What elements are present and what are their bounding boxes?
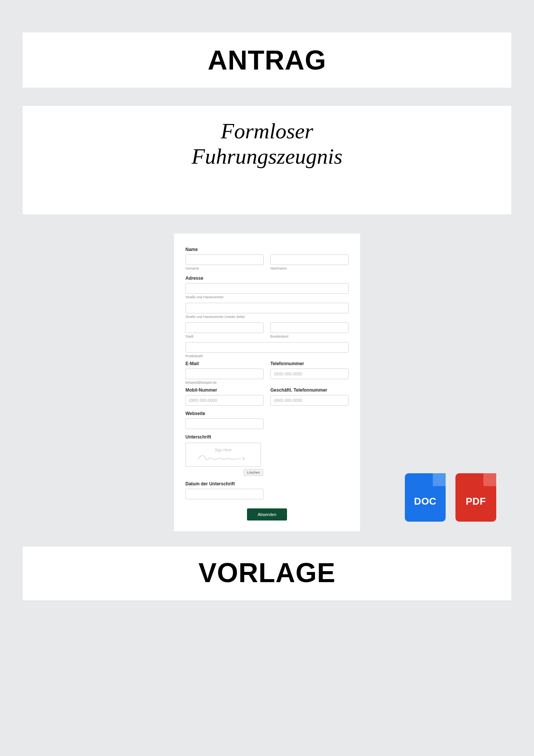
sigdate-label: Datum der Unterschrift xyxy=(185,481,349,486)
street-input[interactable] xyxy=(185,283,349,294)
city-input[interactable] xyxy=(185,322,264,333)
pdf-file-icon[interactable]: PDF xyxy=(455,473,496,522)
pdf-label: PDF xyxy=(466,496,486,507)
zip-input[interactable] xyxy=(185,342,349,353)
doc-file-icon[interactable]: DOC xyxy=(405,473,446,522)
workphone-label: Geschäftl. Telefonnummer xyxy=(270,387,349,393)
firstname-sublabel: Vorname xyxy=(185,266,264,270)
email-sublabel: beispiel@beispiel.de xyxy=(185,381,264,384)
website-label: Webseite xyxy=(185,411,349,416)
footer-panel: VORLAGE xyxy=(23,547,511,600)
sign-here-text: Sign Here xyxy=(215,448,232,452)
signature-pad[interactable]: Sign Here xyxy=(185,443,261,467)
email-input[interactable] xyxy=(185,369,264,379)
form-container: Name Vorname Nachname Adresse Straße und… xyxy=(174,232,360,531)
page-title: ANTRAG xyxy=(23,33,511,88)
clear-signature-button[interactable]: Löschen xyxy=(244,469,263,476)
sigdate-input[interactable] xyxy=(185,489,264,499)
mobile-label: Mobil-Nummer xyxy=(185,387,264,393)
lastname-input[interactable] xyxy=(270,254,349,265)
subtitle-text: Formloser Fuhrungszeugnis xyxy=(23,106,511,214)
subtitle-panel: Formloser Fuhrungszeugnis xyxy=(23,106,511,214)
doc-label: DOC xyxy=(414,496,436,507)
city-sublabel: Stadt xyxy=(185,335,264,338)
street2-sublabel: Straße und Hausnummer (zweite Zeile) xyxy=(185,315,349,319)
street2-input[interactable] xyxy=(185,303,349,313)
lastname-sublabel: Nachname xyxy=(270,266,349,270)
submit-button[interactable]: Absenden xyxy=(247,508,287,521)
signature-squiggle-icon xyxy=(197,453,250,462)
state-sublabel: Bundesland xyxy=(270,335,349,338)
name-label: Name xyxy=(185,247,349,252)
state-input[interactable] xyxy=(270,322,349,333)
website-input[interactable] xyxy=(185,418,264,429)
street-sublabel: Straße und Hausnummer xyxy=(185,295,349,299)
subtitle-line1: Formloser xyxy=(221,119,313,143)
firstname-input[interactable] xyxy=(185,254,264,265)
email-label: E-Mail xyxy=(185,361,264,366)
address-label: Adresse xyxy=(185,276,349,281)
header-panel: ANTRAG xyxy=(23,33,511,88)
zip-sublabel: Postleitzahl xyxy=(185,354,349,358)
footer-title: VORLAGE xyxy=(23,557,511,588)
subtitle-line2: Fuhrungszeugnis xyxy=(191,144,343,169)
file-icons-group: DOC PDF xyxy=(405,473,496,522)
phone-input[interactable] xyxy=(270,369,349,379)
mobile-input[interactable] xyxy=(185,395,264,406)
workphone-input[interactable] xyxy=(270,395,349,406)
phone-label: Telefonnummer xyxy=(270,361,349,366)
signature-label: Unterschrift xyxy=(185,434,349,440)
